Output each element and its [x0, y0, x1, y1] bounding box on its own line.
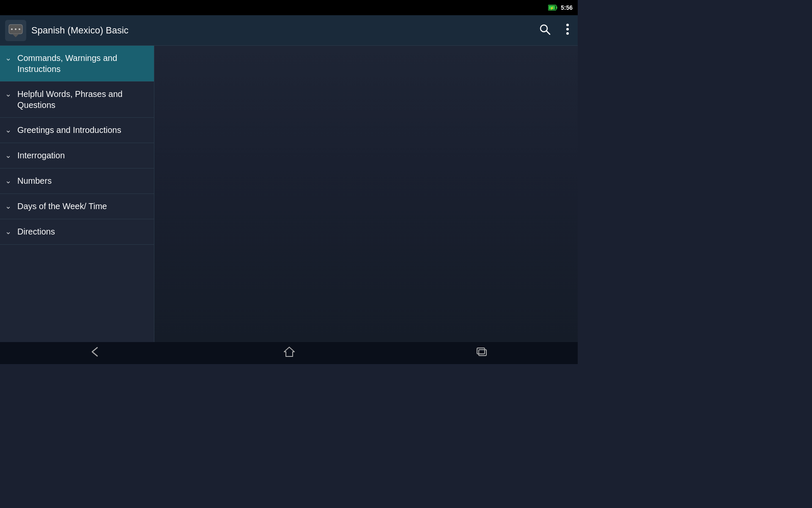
sidebar-item-interrogation-label: Interrogation	[17, 150, 65, 161]
chevron-icon-helpful-words: ⌄	[5, 89, 11, 99]
svg-point-6	[15, 28, 16, 30]
app-bar: Spanish (Mexico) Basic	[0, 15, 578, 46]
home-icon	[283, 346, 296, 358]
sidebar-item-days-week[interactable]: ⌄ Days of the Week/ Time	[0, 194, 154, 219]
app-title: Spanish (Mexico) Basic	[31, 25, 530, 36]
battery-icon: ⚡	[548, 5, 557, 11]
sidebar-item-days-week-label: Days of the Week/ Time	[17, 201, 107, 212]
chevron-icon-greetings: ⌄	[5, 125, 11, 135]
chevron-icon-numbers: ⌄	[5, 176, 11, 185]
chevron-icon-days-week: ⌄	[5, 202, 11, 211]
svg-rect-15	[477, 348, 485, 354]
svg-point-11	[566, 24, 569, 26]
sidebar-item-numbers[interactable]: ⌄ Numbers	[0, 168, 154, 194]
back-button[interactable]	[81, 342, 112, 364]
search-icon	[539, 23, 551, 35]
chevron-icon-commands: ⌄	[5, 53, 11, 63]
app-icon	[5, 20, 26, 41]
svg-line-10	[546, 31, 550, 34]
svg-point-5	[11, 28, 13, 30]
svg-point-12	[566, 28, 569, 30]
svg-point-7	[19, 28, 20, 30]
sidebar-item-directions-label: Directions	[17, 226, 55, 237]
sidebar-item-helpful-words[interactable]: ⌄ Helpful Words, Phrases and Questions	[0, 82, 154, 118]
recents-icon	[475, 346, 488, 357]
svg-marker-14	[284, 347, 294, 356]
sidebar: ⌄ Commands, Warnings and Instructions ⌄ …	[0, 46, 154, 342]
status-bar: ⚡ 5:56	[0, 0, 578, 15]
sidebar-item-commands[interactable]: ⌄ Commands, Warnings and Instructions	[0, 46, 154, 82]
sidebar-item-interrogation[interactable]: ⌄ Interrogation	[0, 143, 154, 168]
content-area	[154, 46, 578, 342]
svg-rect-1	[556, 6, 557, 9]
more-options-icon	[566, 23, 569, 35]
sidebar-item-greetings-label: Greetings and Introductions	[17, 124, 121, 135]
svg-text:⚡: ⚡	[550, 6, 554, 10]
svg-rect-16	[479, 350, 486, 356]
more-options-button[interactable]	[562, 20, 573, 41]
chevron-icon-directions: ⌄	[5, 227, 11, 236]
chevron-icon-interrogation: ⌄	[5, 151, 11, 160]
nav-bar	[0, 342, 578, 364]
toolbar-actions	[535, 20, 573, 41]
main-layout: ⌄ Commands, Warnings and Instructions ⌄ …	[0, 46, 578, 342]
recents-button[interactable]	[467, 343, 497, 364]
back-icon	[90, 346, 103, 358]
status-time: 5:56	[561, 4, 573, 11]
sidebar-item-numbers-label: Numbers	[17, 175, 52, 186]
sidebar-item-directions[interactable]: ⌄ Directions	[0, 219, 154, 245]
sidebar-item-helpful-words-label: Helpful Words, Phrases and Questions	[17, 88, 147, 110]
search-button[interactable]	[535, 20, 554, 41]
svg-marker-8	[12, 34, 19, 37]
sidebar-item-greetings[interactable]: ⌄ Greetings and Introductions	[0, 118, 154, 143]
sidebar-item-commands-label: Commands, Warnings and Instructions	[17, 52, 147, 75]
home-button[interactable]	[274, 342, 304, 364]
svg-point-13	[566, 32, 569, 35]
